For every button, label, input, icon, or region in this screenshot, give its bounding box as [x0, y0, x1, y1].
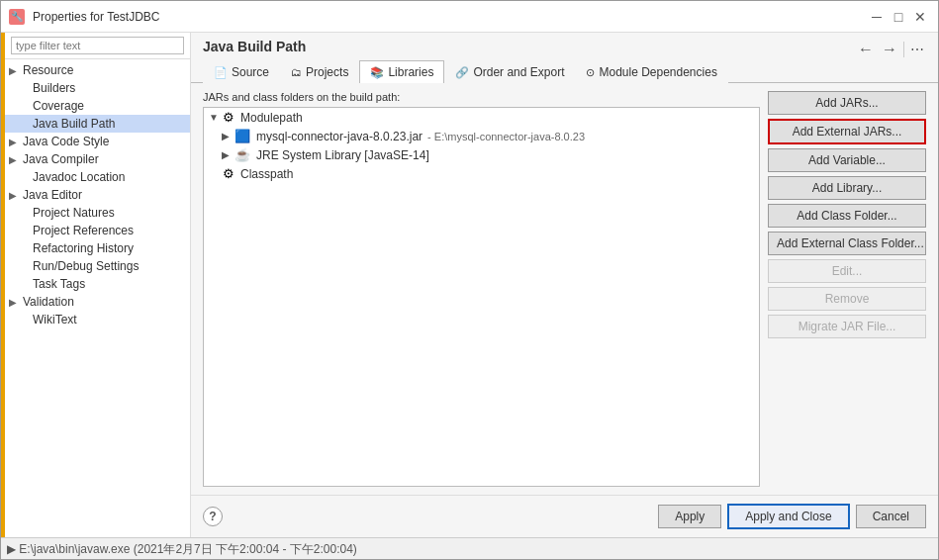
arrow-icon: ▶ — [9, 190, 17, 201]
help-button[interactable]: ? — [203, 507, 223, 526]
tree-node-classpath[interactable]: ▶ ⚙ Classpath — [204, 164, 759, 183]
status-bar: ▶ E:\java\bin\javaw.exe (2021年2月7日 下午2:0… — [1, 537, 938, 559]
sidebar-item-javadoc[interactable]: Javadoc Location — [5, 168, 190, 186]
toolbar: ← → ⋯ — [856, 39, 926, 60]
add-class-folder-button[interactable]: Add Class Folder... — [768, 204, 926, 228]
sidebar-item-java-editor[interactable]: ▶ Java Editor — [5, 186, 190, 204]
tab-libraries-label: Libraries — [388, 65, 433, 79]
sidebar-item-java-build-path[interactable]: Java Build Path — [5, 115, 190, 133]
sidebar-tree: ▶ Resource Builders Coverage Java Build … — [5, 59, 190, 537]
filter-input[interactable] — [11, 37, 184, 54]
classpath-icon: ⚙ — [223, 166, 235, 181]
build-path-section: JARs and class folders on the build path… — [203, 91, 760, 487]
tab-order-export[interactable]: 🔗 Order and Export — [444, 60, 575, 83]
add-external-jars-button[interactable]: Add External JARs... — [768, 119, 926, 144]
sidebar-item-project-natures[interactable]: Project Natures — [5, 204, 190, 222]
sidebar-item-refactoring[interactable]: Refactoring History — [5, 239, 190, 257]
add-jars-button[interactable]: Add JARs... — [768, 91, 926, 115]
cancel-button[interactable]: Cancel — [856, 505, 926, 528]
forward-button[interactable]: → — [880, 39, 899, 60]
tree-node-modulepath[interactable]: ▼ ⚙ Modulepath — [204, 108, 759, 127]
tab-projects[interactable]: 🗂 Projects — [280, 60, 359, 83]
arrow-icon: ▶ — [9, 65, 17, 76]
jre-label: JRE System Library [JavaSE-14] — [256, 148, 429, 162]
add-library-button[interactable]: Add Library... — [768, 176, 926, 200]
tab-module-deps[interactable]: ⊙ Module Dependencies — [575, 60, 727, 83]
modulepath-icon: ⚙ — [223, 110, 235, 125]
sidebar-item-label: Java Compiler — [23, 152, 99, 166]
minimize-button[interactable]: ─ — [867, 7, 887, 27]
tabs-bar: 📄 Source 🗂 Projects 📚 Libraries 🔗 Order … — [191, 60, 938, 83]
add-external-class-folder-button[interactable]: Add External Class Folder... — [768, 232, 926, 255]
status-text: ▶ E:\java\bin\javaw.exe (2021年2月7日 下午2:0… — [7, 542, 357, 556]
edit-button[interactable]: Edit... — [768, 259, 926, 283]
tab-module-label: Module Dependencies — [599, 65, 716, 79]
build-path-tree[interactable]: ▼ ⚙ Modulepath ▶ 🟦 mysql-connector-java-… — [203, 107, 760, 487]
sidebar-item-label: Project Natures — [33, 206, 115, 220]
sidebar-item-task-tags[interactable]: Task Tags — [5, 275, 190, 293]
sidebar-item-run-debug[interactable]: Run/Debug Settings — [5, 257, 190, 275]
sidebar-item-wikitext[interactable]: WikiText — [5, 311, 190, 328]
sidebar-item-label: Builders — [33, 81, 75, 95]
arrow-icon: ▶ — [9, 297, 17, 308]
sidebar-item-builders[interactable]: Builders — [5, 79, 190, 97]
sidebar-item-java-compiler[interactable]: ▶ Java Compiler — [5, 150, 190, 168]
main-panel: Java Build Path ← → ⋯ 📄 Source 🗂 Project… — [191, 33, 938, 537]
bottom-left: ? — [203, 507, 223, 526]
sidebar-item-label: Task Tags — [33, 277, 85, 291]
main-panel-title: Java Build Path — [203, 39, 856, 54]
tree-node-mysql-jar[interactable]: ▶ 🟦 mysql-connector-java-8.0.23.jar - E:… — [204, 127, 759, 145]
properties-window: 🔧 Properties for TestJDBC ─ □ ✕ ▶ Resour… — [0, 0, 939, 560]
source-tab-icon: 📄 — [214, 66, 228, 79]
sidebar-item-label: Project References — [33, 224, 134, 237]
filter-box — [5, 33, 190, 59]
expand-icon[interactable]: ▶ — [220, 149, 232, 161]
expand-icon[interactable]: ▼ — [208, 112, 220, 124]
sidebar-item-label: Java Build Path — [33, 117, 115, 131]
mysql-jar-label: mysql-connector-java-8.0.23.jar — [256, 130, 423, 143]
sidebar-item-label: Run/Debug Settings — [33, 259, 139, 273]
add-variable-button[interactable]: Add Variable... — [768, 148, 926, 172]
main-body: JARs and class folders on the build path… — [191, 83, 938, 495]
apply-button[interactable]: Apply — [658, 505, 721, 528]
arrow-icon: ▶ — [9, 154, 17, 165]
sidebar-item-label: Java Code Style — [23, 135, 109, 148]
window-controls: ─ □ ✕ — [867, 7, 930, 27]
mysql-jar-path: - E:\mysql-connector-java-8.0.23 — [427, 131, 585, 142]
apply-close-button[interactable]: Apply and Close — [727, 504, 849, 529]
bottom-bar: ? Apply Apply and Close Cancel — [191, 495, 938, 537]
sidebar-item-label: Javadoc Location — [33, 170, 125, 184]
sidebar-item-label: Coverage — [33, 99, 84, 113]
sidebar-item-label: Validation — [23, 295, 74, 309]
sidebar-item-resource[interactable]: ▶ Resource — [5, 61, 190, 79]
modulepath-label: Modulepath — [240, 111, 303, 125]
tab-source[interactable]: 📄 Source — [203, 60, 280, 83]
libraries-tab-icon: 📚 — [370, 66, 384, 79]
title-bar: 🔧 Properties for TestJDBC ─ □ ✕ — [1, 1, 938, 33]
expand-icon[interactable]: ▶ — [220, 131, 232, 142]
tree-node-jre[interactable]: ▶ ☕ JRE System Library [JavaSE-14] — [204, 145, 759, 164]
sidebar-item-label: Java Editor — [23, 188, 82, 202]
migrate-jar-button[interactable]: Migrate JAR File... — [768, 315, 926, 338]
back-button[interactable]: ← — [856, 39, 876, 60]
sidebar-item-label: Refactoring History — [33, 241, 134, 255]
sidebar-item-coverage[interactable]: Coverage — [5, 97, 190, 115]
sidebar-item-java-code-style[interactable]: ▶ Java Code Style — [5, 133, 190, 150]
maximize-button[interactable]: □ — [889, 7, 908, 27]
jre-icon: ☕ — [235, 147, 250, 162]
order-tab-icon: 🔗 — [455, 66, 469, 79]
projects-tab-icon: 🗂 — [291, 66, 302, 78]
menu-button[interactable]: ⋯ — [908, 40, 926, 59]
close-button[interactable]: ✕ — [910, 7, 930, 27]
sidebar-item-validation[interactable]: ▶ Validation — [5, 293, 190, 311]
arrow-icon: ▶ — [9, 137, 17, 147]
module-tab-icon: ⊙ — [586, 66, 595, 79]
main-header-row: Java Build Path ← → ⋯ — [191, 33, 938, 60]
jar-icon: 🟦 — [235, 129, 250, 143]
remove-button[interactable]: Remove — [768, 287, 926, 311]
tab-libraries[interactable]: 📚 Libraries — [359, 60, 444, 83]
sidebar-item-project-references[interactable]: Project References — [5, 222, 190, 239]
sidebar: ▶ Resource Builders Coverage Java Build … — [1, 33, 191, 537]
bottom-right: Apply Apply and Close Cancel — [658, 504, 926, 529]
classpath-label: Classpath — [240, 167, 293, 181]
